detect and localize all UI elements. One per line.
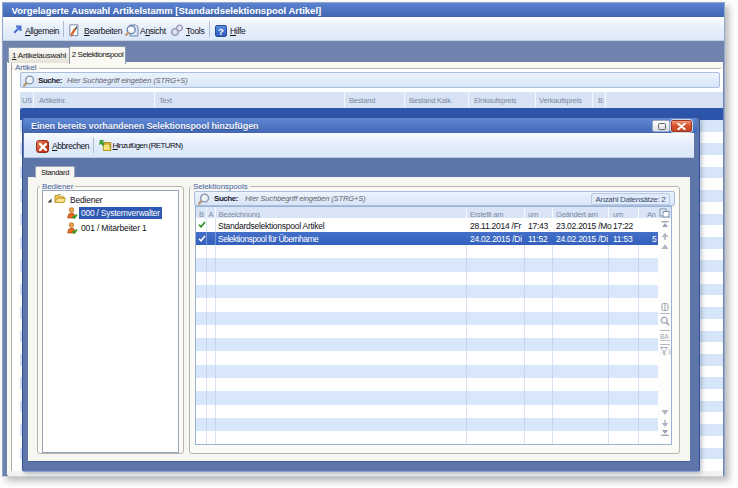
svg-text:BA: BA — [660, 333, 669, 340]
